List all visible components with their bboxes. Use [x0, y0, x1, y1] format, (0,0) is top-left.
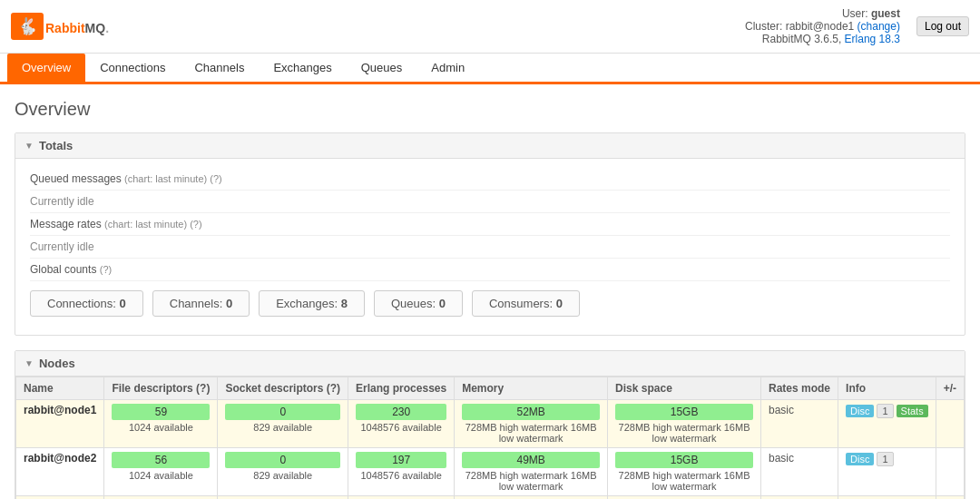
nodes-arrow-icon: ▼: [24, 358, 34, 368]
memory-watermark: 728MB high watermark 16MB low watermark: [462, 422, 600, 444]
consumers-label: Consumers:: [489, 297, 553, 310]
tab-overview[interactable]: Overview: [7, 54, 85, 82]
cluster-label: Cluster:: [745, 20, 782, 33]
consumers-counter: Consumers: 0: [472, 290, 580, 317]
erlang-processes-available: 1048576 available: [356, 422, 446, 433]
socket-descriptors-available: 829 available: [225, 422, 340, 433]
memory-cell: 49MB 728MB high watermark 16MB low water…: [455, 496, 608, 500]
stats-badge[interactable]: Stats: [897, 405, 928, 417]
rates-mode-value: basic: [769, 452, 794, 465]
node-name: rabbit@node2: [24, 452, 96, 465]
disc-badge[interactable]: Disc: [846, 405, 874, 417]
file-descriptors-cell: 59 1024 available: [104, 400, 218, 448]
rates-mode-cell: basic: [761, 496, 838, 500]
file-descriptors-available: 1024 available: [112, 422, 210, 433]
nodes-title: Nodes: [39, 357, 75, 370]
exchanges-value: 8: [341, 297, 348, 310]
disk-space-cell: 15GB 728MB high watermark 16MB low water…: [608, 496, 761, 500]
version-text: RabbitMQ 3.6.5,: [762, 33, 841, 45]
nodes-body: Name File descriptors (?) Socket descrip…: [15, 377, 965, 499]
table-header-row: Name File descriptors (?) Socket descrip…: [16, 377, 965, 400]
nodes-section: ▼ Nodes Name File descriptors (?) Socket…: [15, 350, 965, 499]
channels-label: Channels:: [170, 297, 223, 310]
message-rates-row: Message rates (chart: last minute) (?): [30, 213, 950, 236]
socket-descriptors-cell: 0 829 available: [218, 400, 348, 448]
exchanges-label: Exchanges:: [276, 297, 338, 310]
node-name-cell: rabbit@node3: [16, 496, 104, 500]
global-counts-row: Global counts (?): [30, 259, 950, 281]
memory-cell: 52MB 728MB high watermark 16MB low water…: [455, 400, 608, 448]
user-label: User:: [842, 7, 868, 20]
disc-num-badge: 1: [877, 452, 893, 466]
socket-descriptors-bar: 0: [225, 452, 340, 468]
page-content: Overview ▼ Totals Queued messages (chart…: [0, 84, 980, 499]
exchanges-counter: Exchanges: 8: [259, 290, 365, 317]
totals-title: Totals: [39, 139, 73, 152]
col-memory: Memory: [455, 377, 608, 400]
disk-space-bar: 15GB: [615, 404, 753, 420]
totals-header[interactable]: ▼ Totals: [15, 133, 965, 159]
socket-descriptors-available: 829 available: [225, 470, 340, 481]
nodes-table: Name File descriptors (?) Socket descrip…: [15, 377, 965, 499]
channels-value: 0: [226, 297, 232, 310]
info-cell: Disc 1 Stats: [838, 400, 936, 448]
col-socket-descriptors: Socket descriptors (?): [218, 377, 348, 400]
tab-admin[interactable]: Admin: [416, 54, 479, 82]
file-descriptors-cell: 56 1024 available: [104, 496, 218, 500]
tab-queues[interactable]: Queues: [347, 54, 417, 82]
memory-cell: 49MB 728MB high watermark 16MB low water…: [455, 448, 608, 496]
col-rates-mode: Rates mode: [761, 377, 838, 400]
file-descriptors-available: 1024 available: [112, 470, 210, 481]
channels-counter: Channels: 0: [152, 290, 250, 317]
table-row: rabbit@node2 56 1024 available 0 829 ava…: [16, 448, 965, 496]
queued-messages-hint: (chart: last minute) (?): [124, 173, 222, 184]
message-rates-hint: (chart: last minute) (?): [104, 219, 202, 230]
col-plus-minus[interactable]: +/-: [936, 377, 964, 400]
tab-exchanges[interactable]: Exchanges: [259, 54, 346, 82]
tab-connections[interactable]: Connections: [85, 54, 180, 82]
rates-mode-cell: basic: [761, 400, 838, 448]
header-info: User: guest Cluster: rabbit@node1 (chang…: [745, 7, 900, 45]
disk-watermark: 728MB high watermark 16MB low watermark: [615, 470, 753, 492]
queued-messages-status: Currently idle: [30, 195, 94, 208]
info-cell: Disc 1: [838, 448, 936, 496]
disc-badge[interactable]: Disc: [846, 453, 874, 465]
erlang-processes-bar: 230: [356, 404, 446, 420]
col-info: Info: [838, 377, 936, 400]
disc-num-badge: 1: [877, 404, 893, 418]
memory-watermark: 728MB high watermark 16MB low watermark: [462, 470, 600, 492]
erlang-processes-available: 1048576 available: [356, 470, 446, 481]
col-erlang-processes: Erlang processes: [348, 377, 455, 400]
memory-bar: 52MB: [462, 404, 600, 420]
queued-messages-status-row: Currently idle: [30, 191, 950, 213]
logo-text: RabbitMQ.: [45, 15, 109, 38]
tab-channels[interactable]: Channels: [180, 54, 259, 82]
node-name-cell: rabbit@node1: [16, 400, 104, 448]
rates-mode-cell: basic: [761, 448, 838, 496]
table-row: rabbit@node3 56 1024 available 0 829 ava…: [16, 496, 965, 500]
rates-mode-value: basic: [769, 404, 794, 416]
page-title: Overview: [15, 99, 965, 120]
counters-row: Connections: 0 Channels: 0 Exchanges: 8 …: [30, 281, 950, 326]
totals-body: Queued messages (chart: last minute) (?)…: [15, 159, 965, 335]
socket-descriptors-cell: 0 829 available: [218, 496, 348, 500]
message-rates-label: Message rates: [30, 218, 102, 230]
node-name: rabbit@node1: [24, 404, 96, 416]
erlang-link[interactable]: Erlang 18.3: [845, 33, 900, 45]
header: 🐇 RabbitMQ. User: guest Cluster: rabbit@…: [0, 0, 980, 54]
queues-label: Queues:: [391, 297, 436, 310]
disk-space-cell: 15GB 728MB high watermark 16MB low water…: [608, 400, 761, 448]
node-name-cell: rabbit@node2: [16, 448, 104, 496]
global-counts-hint: (?): [100, 264, 112, 275]
logout-button[interactable]: Log out: [916, 16, 969, 36]
connections-counter: Connections: 0: [30, 290, 143, 317]
cluster-name: rabbit@node1: [786, 20, 855, 33]
col-name: Name: [16, 377, 104, 400]
table-row: rabbit@node1 59 1024 available 0 829 ava…: [16, 400, 965, 448]
info-badges: Disc 1 Stats: [846, 404, 928, 418]
logo: 🐇 RabbitMQ.: [11, 13, 109, 40]
nodes-header[interactable]: ▼ Nodes: [15, 351, 965, 377]
cluster-change-link[interactable]: (change): [858, 20, 900, 33]
erlang-processes-bar: 197: [356, 452, 446, 468]
row-expand-cell: [936, 448, 964, 496]
